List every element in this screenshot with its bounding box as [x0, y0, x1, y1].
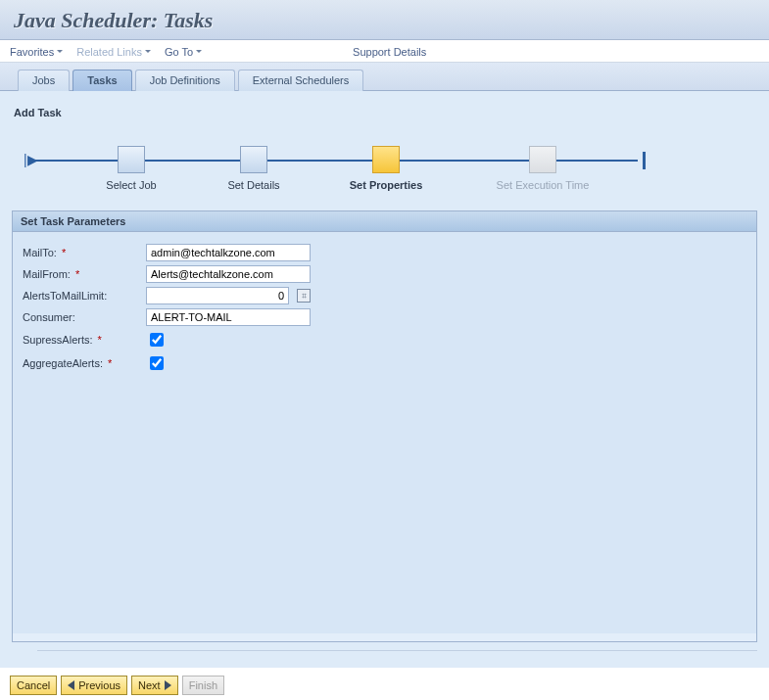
- wizard-step-set-details[interactable]: Set Details: [205, 146, 303, 191]
- next-button[interactable]: Next: [131, 676, 178, 695]
- label-alerts-limit: AlertsToMailLimit:: [23, 290, 140, 302]
- label-text: Consumer:: [23, 311, 75, 323]
- tab-external-schedulers[interactable]: External Schedulers: [238, 70, 363, 91]
- wizard-step-label: Set Properties: [327, 179, 445, 191]
- tab-tasks[interactable]: Tasks: [72, 70, 131, 91]
- wizard-step-select-job[interactable]: Select Job: [82, 146, 180, 191]
- label-text: MailFrom:: [23, 268, 71, 280]
- label-text: MailTo:: [23, 247, 57, 258]
- link-support-details[interactable]: Support Details: [353, 46, 426, 58]
- panel-set-task-parameters: Set Task Parameters MailTo: * MailFrom: …: [12, 210, 757, 642]
- checkbox-aggregate-alerts[interactable]: [150, 356, 164, 370]
- menubar: Favorites Related Links Go To Support De…: [0, 40, 769, 63]
- label-mailfrom: MailFrom: *: [23, 268, 140, 280]
- cancel-button[interactable]: Cancel: [10, 676, 57, 695]
- input-mailfrom[interactable]: [146, 265, 311, 283]
- wizard-step-set-execution-time[interactable]: Set Execution Time: [474, 146, 611, 191]
- button-bar: Cancel Previous Next Finish: [0, 668, 769, 700]
- wizard-box-icon: [372, 146, 400, 173]
- page-header: Java Scheduler: Tasks: [0, 0, 769, 40]
- label-mailto: MailTo: *: [23, 247, 140, 258]
- required-marker: *: [108, 357, 112, 369]
- menu-related-links[interactable]: Related Links: [76, 46, 151, 58]
- form-area: MailTo: * MailFrom: * AlertsToMailLimit:…: [13, 232, 756, 633]
- menu-favorites[interactable]: Favorites: [10, 46, 63, 58]
- finish-button: Finish: [182, 676, 224, 695]
- page-title: Java Scheduler: Tasks: [14, 8, 755, 33]
- checkbox-supress-alerts[interactable]: [150, 333, 164, 347]
- previous-button[interactable]: Previous: [61, 676, 127, 695]
- required-marker: *: [98, 334, 102, 346]
- button-label: Previous: [78, 679, 120, 691]
- label-aggregate-alerts: AggregateAlerts: *: [23, 357, 140, 369]
- content-area: Add Task |▶ Select Job Set Details Set P…: [0, 91, 769, 668]
- row-consumer: Consumer:: [23, 308, 746, 326]
- wizard: |▶ Select Job Set Details Set Properties…: [12, 130, 757, 210]
- tab-job-definitions[interactable]: Job Definitions: [135, 70, 235, 91]
- button-label: Cancel: [17, 679, 50, 691]
- wizard-box-icon: [529, 146, 556, 173]
- tab-jobs[interactable]: Jobs: [18, 70, 70, 91]
- calculator-icon[interactable]: ⌗: [297, 289, 311, 303]
- divider: [37, 650, 757, 660]
- input-consumer[interactable]: [146, 308, 311, 326]
- panel-title: Set Task Parameters: [13, 211, 756, 232]
- wizard-step-label: Set Execution Time: [474, 179, 611, 191]
- row-mailto: MailTo: *: [23, 244, 746, 261]
- label-supress-alerts: SupressAlerts: *: [23, 334, 140, 346]
- label-text: SupressAlerts:: [23, 334, 93, 346]
- required-marker: *: [75, 268, 79, 280]
- wizard-box-icon: [118, 146, 145, 173]
- input-mailto[interactable]: [146, 244, 311, 261]
- wizard-end-icon: [643, 152, 646, 169]
- wizard-step-label: Select Job: [82, 179, 180, 191]
- label-text: AggregateAlerts:: [23, 357, 103, 369]
- label-text: AlertsToMailLimit:: [23, 290, 107, 302]
- tabstrip: Jobs Tasks Job Definitions External Sche…: [0, 63, 769, 91]
- row-supress-alerts: SupressAlerts: *: [23, 330, 746, 350]
- wizard-box-icon: [240, 146, 267, 173]
- section-title: Add Task: [14, 107, 757, 118]
- menu-goto[interactable]: Go To: [165, 46, 202, 58]
- input-alerts-limit[interactable]: [146, 287, 289, 304]
- required-marker: *: [62, 247, 66, 258]
- button-label: Next: [138, 679, 161, 691]
- button-label: Finish: [189, 679, 217, 691]
- row-alerts-limit: AlertsToMailLimit: ⌗: [23, 287, 746, 304]
- wizard-step-label: Set Details: [205, 179, 303, 191]
- label-consumer: Consumer:: [23, 311, 140, 323]
- arrow-right-icon: [165, 680, 171, 690]
- row-aggregate-alerts: AggregateAlerts: *: [23, 353, 746, 373]
- row-mailfrom: MailFrom: *: [23, 265, 746, 283]
- wizard-step-set-properties[interactable]: Set Properties: [327, 146, 445, 191]
- arrow-left-icon: [68, 680, 74, 690]
